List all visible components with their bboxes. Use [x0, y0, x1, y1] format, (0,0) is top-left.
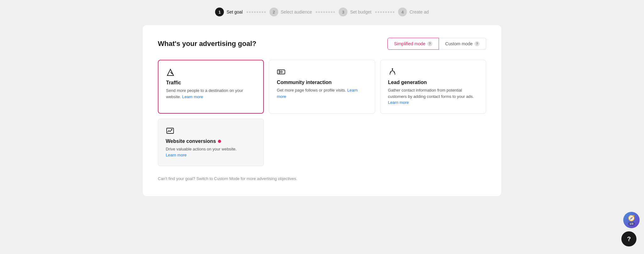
- step-2-label: Select audience: [281, 9, 312, 14]
- lead-title: Lead generation: [388, 80, 478, 85]
- step-dots-3: [375, 11, 394, 13]
- simplified-help-icon[interactable]: ?: [427, 41, 432, 46]
- step-dots-2: [316, 11, 335, 13]
- step-4-circle: 4: [398, 8, 407, 16]
- svg-rect-11: [167, 128, 174, 133]
- step-dots-1: [247, 11, 266, 13]
- goal-traffic[interactable]: Traffic Send more people to a destinatio…: [158, 60, 264, 114]
- lead-icon: [388, 68, 478, 76]
- mode-toggle: Simplified mode ? Custom mode ?: [387, 38, 486, 50]
- conversions-learn-more[interactable]: Learn more: [166, 153, 186, 157]
- traffic-icon: [166, 68, 256, 77]
- new-badge: [218, 140, 221, 143]
- step-1-label: Set goal: [226, 9, 242, 14]
- goal-conversions[interactable]: Website conversions Drive valuable actio…: [158, 119, 264, 166]
- tour-icon: 🧭: [628, 215, 635, 222]
- conversions-title: Website conversions: [166, 138, 256, 144]
- svg-line-10: [394, 72, 395, 73]
- step-3-circle: 3: [339, 8, 347, 16]
- conversions-desc: Drive valuable actions on your website. …: [166, 146, 256, 158]
- simplified-mode-button[interactable]: Simplified mode ?: [387, 38, 439, 50]
- tour-badge-inner: 🧭 1/3: [628, 215, 635, 226]
- step-2: 2 Select audience: [269, 8, 312, 16]
- traffic-desc: Send more people to a destination on you…: [166, 87, 256, 100]
- page-title: What's your advertising goal?: [158, 40, 256, 48]
- card-header: What's your advertising goal? Simplified…: [158, 38, 486, 50]
- help-button[interactable]: ?: [621, 231, 636, 246]
- community-title: Community interaction: [277, 80, 367, 85]
- step-2-circle: 2: [269, 8, 278, 16]
- lead-desc: Gather contact information from potentia…: [388, 87, 478, 106]
- step-3-label: Set budget: [350, 9, 371, 14]
- conversions-icon: [166, 127, 256, 135]
- step-4: 4 Create ad: [398, 8, 429, 16]
- goal-community[interactable]: Community interaction Get more page foll…: [269, 60, 375, 114]
- tour-count: 1/3: [628, 222, 635, 226]
- step-1: 1 Set goal: [215, 8, 242, 16]
- custom-help-icon[interactable]: ?: [475, 41, 480, 46]
- goal-lead[interactable]: Lead generation Gather contact informati…: [380, 60, 486, 114]
- community-desc: Get more page follows or profile visits.…: [277, 87, 367, 99]
- step-4-label: Create ad: [409, 9, 429, 14]
- traffic-title: Traffic: [166, 80, 256, 86]
- svg-line-9: [390, 72, 391, 73]
- custom-mode-button[interactable]: Custom mode ?: [439, 38, 486, 50]
- goals-grid: Traffic Send more people to a destinatio…: [158, 60, 486, 114]
- tour-badge[interactable]: 🧭 1/3: [623, 212, 640, 228]
- lead-learn-more[interactable]: Learn more: [388, 100, 409, 105]
- footer-note: Can't find your goal? Switch to Custom M…: [158, 176, 486, 181]
- goals-row2: Website conversions Drive valuable actio…: [158, 119, 486, 166]
- traffic-learn-more[interactable]: Learn more: [182, 94, 203, 99]
- stepper: 1 Set goal 2 Select audience 3 Set budge…: [215, 0, 429, 23]
- step-1-circle: 1: [215, 8, 224, 16]
- svg-point-8: [392, 68, 393, 70]
- step-3: 3 Set budget: [339, 8, 371, 16]
- community-icon: [277, 68, 367, 76]
- main-card: What's your advertising goal? Simplified…: [143, 25, 501, 196]
